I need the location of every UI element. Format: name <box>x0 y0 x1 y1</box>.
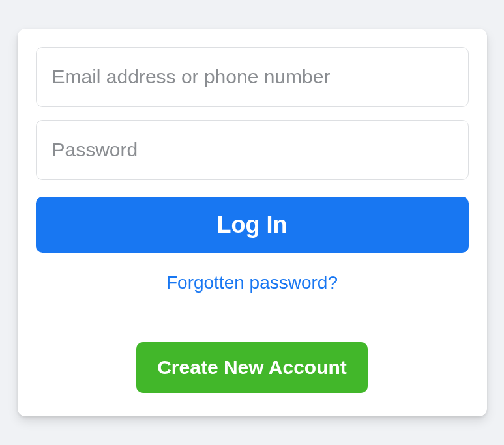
divider <box>36 313 469 313</box>
email-field[interactable] <box>36 47 469 107</box>
login-button[interactable]: Log In <box>36 197 469 253</box>
create-button-wrap: Create New Account <box>36 342 469 393</box>
forgot-password-link[interactable]: Forgotten password? <box>36 272 469 293</box>
login-card: Log In Forgotten password? Create New Ac… <box>18 29 487 416</box>
password-field[interactable] <box>36 120 469 180</box>
create-account-button[interactable]: Create New Account <box>136 342 368 393</box>
